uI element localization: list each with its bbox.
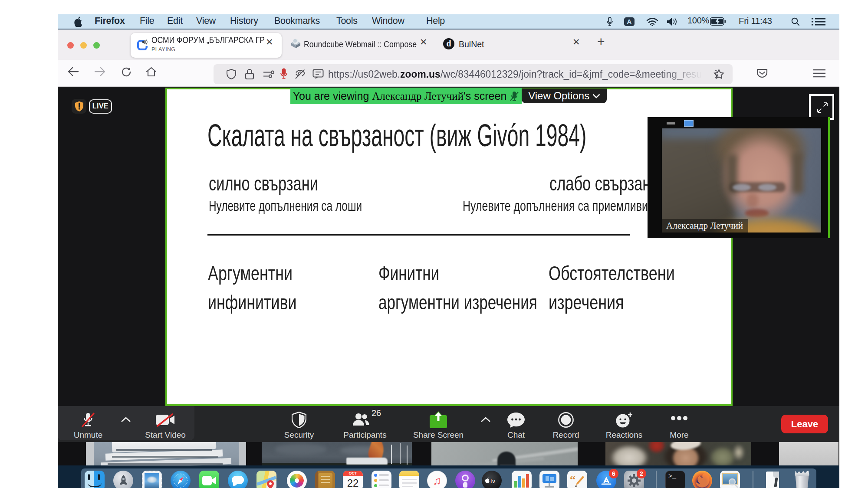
svg-text:tv: tv [490, 478, 495, 485]
